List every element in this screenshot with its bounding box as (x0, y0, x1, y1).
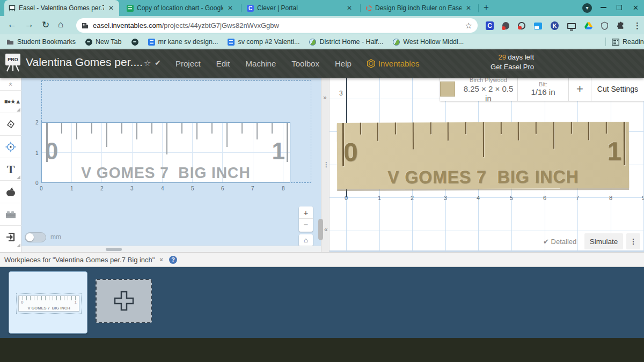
tab-easel[interactable]: Easel - Valentina Gomes per.7 Bi ✕ (4, 0, 119, 16)
menu-machine[interactable]: Machine (246, 59, 276, 68)
divider-drag-handle[interactable] (318, 219, 323, 240)
clever-extension-icon[interactable]: C (486, 21, 494, 30)
shield-icon[interactable] (601, 21, 608, 30)
site-info-icon[interactable] (82, 22, 89, 29)
ruler-tick (136, 123, 137, 139)
bookmark-westhollow[interactable]: West Hollow Middl... (393, 38, 464, 46)
ruler-tick (166, 123, 167, 154)
easel-logo[interactable]: PRO (5, 54, 20, 73)
preview-x-label: 7 (576, 195, 579, 201)
url-text[interactable]: easel.inventables.com/projects/44yzbtG7j… (93, 21, 465, 29)
window-restore-button[interactable] (617, 5, 622, 10)
tab-title: Design Big inch Ruler on Easel - s (375, 4, 462, 12)
address-bar[interactable]: easel.inventables.com/projects/44yzbtG7j… (76, 18, 478, 33)
collapse-panel-button[interactable]: « (0, 78, 21, 91)
inventables-link[interactable]: Inventables (367, 59, 420, 68)
preview-x-label: 1 (378, 195, 381, 201)
shapes-tool[interactable]: ■●★▲ (0, 91, 21, 113)
scrollbar-thumb[interactable] (106, 248, 122, 251)
menu-edit[interactable]: Edit (216, 59, 230, 68)
x-axis-label: 3 (130, 186, 134, 191)
design-canvas[interactable]: 0 1 V GOMES 7 BIG INCH 2 1 0 0 1 2 3 4 5… (21, 78, 321, 252)
simulate-button[interactable]: Simulate (584, 233, 623, 249)
ruler-tick (46, 123, 48, 162)
screen-share-icon[interactable] (567, 23, 575, 29)
project-title[interactable]: Valentina Gomes per.... (26, 56, 143, 69)
zoom-in-button[interactable]: + (299, 206, 313, 219)
drill-origin-tool[interactable] (0, 136, 21, 158)
target-extension-icon[interactable] (518, 22, 525, 29)
chevron-down-icon[interactable]: » (158, 258, 166, 262)
preview-panel[interactable]: 3 0 1 V GOMES 7 BIG INCH 0 1 2 3 4 5 6 7… (330, 78, 644, 252)
lego-import-tool[interactable] (0, 203, 21, 226)
workpiece-thumbnail[interactable]: 0 1 V GOMES 7 BIG INCH (9, 271, 87, 334)
ruler-engraved-text[interactable]: V GOMES 7 BIG INCH (46, 164, 286, 182)
cut-settings-button[interactable]: Cut Settings (591, 77, 644, 101)
add-bit-button[interactable]: + (569, 77, 591, 101)
folder-icon (6, 39, 14, 45)
collapse-left-icon[interactable]: « (324, 226, 328, 233)
media-controls-button[interactable]: ▾ (582, 3, 592, 13)
tab-design-ruler[interactable]: Design Big inch Ruler on Easel - s ✕ (362, 0, 477, 16)
bit-selector[interactable]: Bit: 1/16 in (518, 77, 569, 101)
bookmark-icon-only[interactable] (131, 39, 138, 46)
tab-clever[interactable]: C Clever | Portal ✕ (243, 0, 357, 16)
extensions-puzzle-icon[interactable] (617, 21, 625, 30)
menu-project[interactable]: Project (175, 59, 201, 68)
reading-list-button[interactable]: Reading list (612, 38, 644, 46)
browser-menu-icon[interactable]: ⋮ (633, 21, 641, 31)
expand-right-icon[interactable]: » (323, 94, 327, 101)
add-workpiece-button[interactable] (96, 279, 152, 323)
panel-divider[interactable]: » ⋮ « (321, 78, 330, 252)
home-button[interactable]: ⌂ (58, 19, 63, 30)
apps-apple-tool[interactable] (0, 181, 21, 203)
pen-tool[interactable] (0, 113, 21, 136)
new-tab-button[interactable]: + (484, 2, 489, 13)
tab-close-icon[interactable]: ✕ (465, 4, 472, 12)
back-button[interactable]: ← (8, 19, 17, 30)
ruler-numeral-one[interactable]: 1 (272, 139, 285, 163)
tab-close-icon[interactable]: ✕ (346, 4, 353, 12)
preview-menu-button[interactable]: ⋮ (626, 233, 640, 249)
forward-button[interactable]: → (25, 19, 34, 30)
tab-sheets[interactable]: Copy of location chart - Google S ✕ (122, 0, 238, 16)
carved-ruler-preview[interactable]: 0 1 V GOMES 7 BIG INCH (337, 122, 629, 189)
screencast-extension-icon[interactable] (502, 22, 509, 29)
material-swatch[interactable] (440, 82, 455, 97)
import-tool[interactable] (0, 226, 21, 248)
horizontal-scrollbar[interactable] (21, 246, 321, 252)
tab-close-icon[interactable]: ✕ (226, 4, 234, 12)
tab-close-icon[interactable]: ✕ (107, 4, 115, 12)
help-icon[interactable]: ? (169, 256, 177, 264)
window-extension-icon[interactable] (534, 23, 542, 29)
bookmark-district[interactable]: District Home - Half... (309, 38, 383, 46)
bookmark-newtab[interactable]: New Tab (85, 38, 121, 46)
reload-button[interactable]: ↻ (42, 19, 49, 31)
units-toggle[interactable] (25, 232, 46, 242)
material-selector[interactable]: Birch Plywood8.25 × 2 × 0.5 in (440, 77, 518, 101)
workpiece-material[interactable]: 0 1 V GOMES 7 BIG INCH (41, 122, 290, 183)
text-tool[interactable]: T (0, 158, 21, 181)
bookmark-folder[interactable]: Student Bookmarks (6, 38, 76, 46)
menu-help[interactable]: Help (335, 59, 352, 68)
kami-extension-icon[interactable]: K (551, 21, 559, 30)
bookmark-star-icon[interactable]: ☆ (465, 21, 472, 31)
chromeos-shelf: Sign out ↑ 1 1:48 (0, 338, 644, 362)
thumb-one: 1 (75, 300, 77, 305)
bookmark-doc-1[interactable]: mr kane sv design... (148, 38, 218, 46)
zoom-out-button[interactable]: − (299, 219, 313, 231)
favorite-star-icon[interactable]: ☆ (144, 58, 151, 68)
window-close-button[interactable]: ✕ (633, 4, 639, 12)
ruler-tick (106, 123, 107, 147)
menu-toolbox[interactable]: Toolbox (291, 59, 319, 68)
detailed-toggle[interactable]: ✔ Detailed (543, 238, 576, 246)
divider-menu-icon[interactable]: ⋮ (323, 161, 330, 168)
get-easel-pro-link[interactable]: Get Easel Pro (459, 63, 534, 71)
ruler-tick (151, 123, 152, 134)
bookmark-doc-2[interactable]: sv comp #2 Valenti... (228, 38, 299, 46)
window-minimize-button[interactable] (601, 7, 606, 8)
inventables-logo-icon (367, 59, 375, 68)
crosshair-icon (5, 142, 16, 152)
zoom-home-button[interactable]: ⌂ (299, 234, 313, 246)
drive-icon[interactable] (584, 22, 592, 29)
